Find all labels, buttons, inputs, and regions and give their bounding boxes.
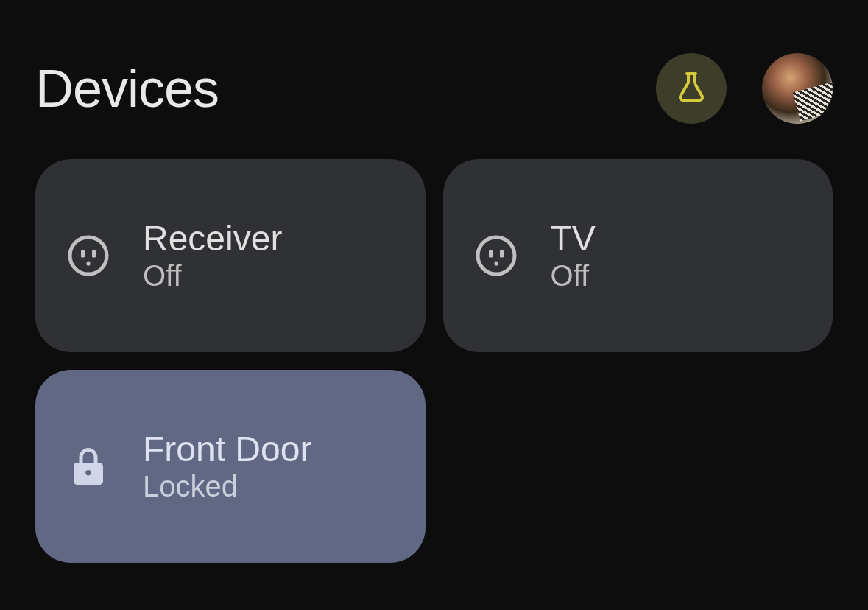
labs-button[interactable]: [656, 53, 727, 124]
flask-icon: [674, 69, 709, 108]
device-name-label: Front Door: [143, 430, 311, 469]
svg-point-4: [478, 237, 515, 274]
device-status-label: Locked: [143, 470, 311, 502]
svg-rect-7: [494, 262, 498, 266]
device-status-label: Off: [143, 259, 282, 292]
device-status-label: Off: [551, 259, 596, 292]
svg-rect-2: [92, 250, 96, 258]
lock-icon: [66, 444, 110, 488]
svg-rect-1: [81, 250, 85, 258]
header: Devices: [0, 0, 868, 124]
device-name-label: TV: [551, 220, 596, 259]
device-info: Front Door Locked: [143, 430, 311, 503]
devices-grid: Receiver Off TV Off Front Door Locked: [0, 124, 868, 598]
svg-point-0: [70, 237, 107, 274]
svg-rect-5: [489, 250, 493, 258]
device-name-label: Receiver: [143, 220, 282, 259]
device-card-receiver[interactable]: Receiver Off: [35, 159, 426, 352]
page-title: Devices: [35, 58, 219, 119]
avatar[interactable]: [762, 53, 833, 124]
outlet-icon: [66, 234, 110, 278]
device-info: Receiver Off: [143, 220, 282, 292]
device-card-tv[interactable]: TV Off: [443, 159, 833, 352]
device-card-front-door[interactable]: Front Door Locked: [35, 370, 426, 563]
outlet-icon: [474, 234, 518, 278]
svg-rect-3: [87, 262, 91, 266]
svg-rect-6: [500, 250, 504, 258]
device-info: TV Off: [551, 220, 596, 292]
header-actions: [656, 53, 833, 124]
